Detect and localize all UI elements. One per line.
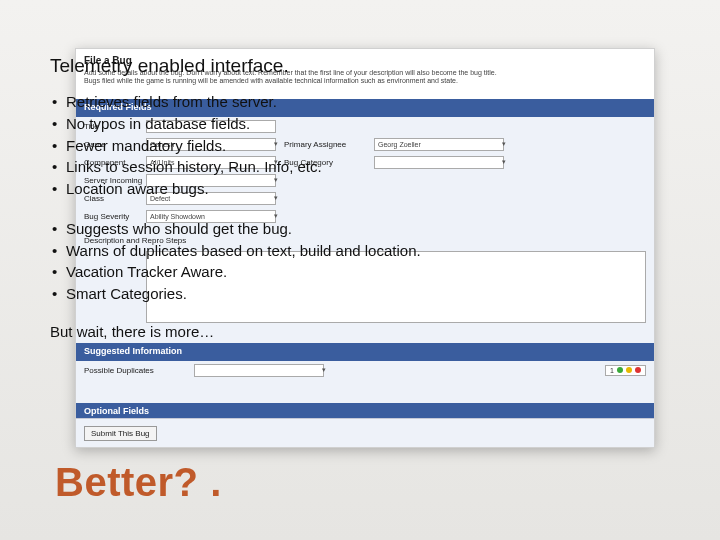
slide-title: Telemetry enabled interface. <box>50 55 680 77</box>
submit-button[interactable]: Submit This Bug <box>84 426 157 441</box>
status-dot-yellow-icon <box>626 367 632 373</box>
label-suggested: Possible Duplicates <box>84 366 194 375</box>
bullet-item: Location aware bugs. <box>50 178 680 200</box>
more-text: But wait, there is more… <box>50 323 680 340</box>
bullet-item: Warns of duplicates based on text, build… <box>50 240 680 262</box>
section-suggested-body: Possible Duplicates ▾ 1 <box>76 361 654 403</box>
bullet-item: Links to session history, Run. Info, etc… <box>50 156 680 178</box>
section-suggested-header: Suggested Information <box>76 343 654 361</box>
slide: File a Bug Add some details about the bu… <box>0 0 720 540</box>
bullet-item: Suggests who should get the bug. <box>50 218 680 240</box>
bullet-item: Smart Categories. <box>50 283 680 305</box>
status-dot-red-icon <box>635 367 641 373</box>
bullet-group-2: Suggests who should get the bug. Warns o… <box>50 218 680 305</box>
bullet-item: Fewer mandatory fields. <box>50 135 680 157</box>
badge-count: 1 <box>610 367 614 374</box>
row-suggested: Possible Duplicates ▾ 1 <box>76 361 654 379</box>
bullet-item: No typos in database fields. <box>50 113 680 135</box>
select-duplicates[interactable] <box>194 364 324 377</box>
submit-area: Submit This Bug <box>76 418 654 447</box>
bullet-item: Vacation Tracker Aware. <box>50 261 680 283</box>
status-badge: 1 <box>605 365 646 376</box>
slide-content: Telemetry enabled interface. Retrieves f… <box>50 55 680 340</box>
big-callout: Better? . <box>55 460 222 505</box>
chevron-down-icon: ▾ <box>322 366 326 374</box>
bullet-group-1: Retrieves fields from the server. No typ… <box>50 91 680 200</box>
bullet-item: Retrieves fields from the server. <box>50 91 680 113</box>
status-dot-green-icon <box>617 367 623 373</box>
